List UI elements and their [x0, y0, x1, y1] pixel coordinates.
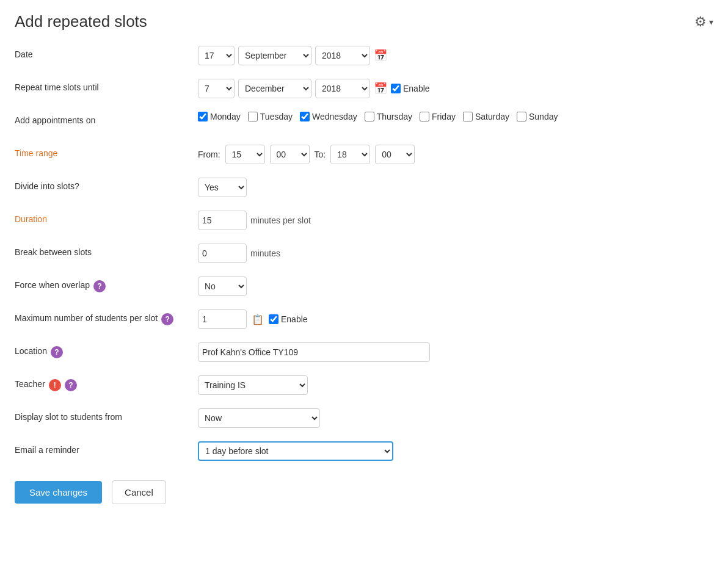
saturday-label[interactable]: Saturday — [463, 112, 509, 121]
monday-label[interactable]: Monday — [198, 112, 241, 121]
teacher-help-icon[interactable]: ? — [65, 379, 77, 391]
force-overlap-controls: No Yes — [198, 277, 713, 296]
break-unit: minutes — [250, 248, 280, 258]
wednesday-checkbox[interactable] — [300, 112, 310, 121]
max-students-input[interactable] — [198, 309, 247, 329]
max-students-enable-checkbox[interactable] — [269, 314, 278, 324]
divide-slots-controls: Yes No — [198, 178, 713, 197]
divide-slots-select[interactable]: Yes No — [198, 178, 247, 197]
display-from-row: Display slot to students from Now 1 day … — [15, 408, 713, 430]
location-controls — [198, 342, 713, 362]
duration-unit: minutes per slot — [250, 215, 311, 225]
repeat-until-label: Repeat time slots until — [15, 79, 198, 92]
max-students-input-area: 📋 Enable — [198, 309, 308, 329]
gear-icon: ⚙ — [694, 14, 707, 30]
date-calendar-icon[interactable]: 📅 — [374, 49, 387, 62]
date-day-select[interactable]: 17 — [198, 46, 235, 65]
thursday-label[interactable]: Thursday — [365, 112, 412, 121]
repeat-enable-checkbox[interactable] — [391, 84, 401, 93]
email-reminder-controls: 1 day before slot 2 days before slot 1 w… — [198, 441, 713, 461]
gear-menu[interactable]: ⚙ ▾ — [694, 14, 713, 30]
max-students-label: Maximum number of students per slot ? — [15, 309, 198, 325]
time-range-row: Time range From: 15 00 To: 18 00 — [15, 145, 713, 167]
appointments-controls: Monday Tuesday Wednesday Thursday Friday… — [198, 112, 713, 121]
friday-label[interactable]: Friday — [420, 112, 456, 121]
sunday-checkbox[interactable] — [517, 112, 526, 121]
repeat-year-select[interactable]: 2018 — [315, 79, 370, 98]
location-label: Location ? — [15, 342, 198, 358]
tuesday-checkbox[interactable] — [248, 112, 258, 121]
buttons-row: Save changes Cancel — [15, 480, 713, 504]
force-overlap-select[interactable]: No Yes — [198, 277, 247, 296]
students-icon[interactable]: 📋 — [252, 314, 264, 325]
friday-checkbox[interactable] — [420, 112, 429, 121]
repeat-until-row: Repeat time slots until 7 December 2018 … — [15, 79, 713, 101]
page-header: Add repeated slots ⚙ ▾ — [15, 12, 713, 31]
to-min-select[interactable]: 00 — [375, 145, 415, 164]
monday-checkbox[interactable] — [198, 112, 208, 121]
display-from-select[interactable]: Now 1 day before 1 week before 2 weeks b… — [198, 408, 320, 428]
to-hour-select[interactable]: 18 — [330, 145, 370, 164]
time-inputs: From: 15 00 To: 18 00 — [198, 145, 415, 164]
tuesday-label[interactable]: Tuesday — [248, 112, 293, 121]
repeat-enable-label[interactable]: Enable — [391, 84, 430, 93]
from-min-select[interactable]: 00 — [270, 145, 310, 164]
force-overlap-label: Force when overlap ? — [15, 277, 198, 292]
wednesday-label[interactable]: Wednesday — [300, 112, 357, 121]
from-label: From: — [198, 150, 220, 159]
saturday-checkbox[interactable] — [463, 112, 473, 121]
cancel-button[interactable]: Cancel — [112, 480, 166, 504]
break-controls: minutes — [198, 244, 713, 263]
repeat-month-select[interactable]: December — [238, 79, 311, 98]
email-reminder-row: Email a reminder 1 day before slot 2 day… — [15, 441, 713, 463]
days-row: Monday Tuesday Wednesday Thursday Friday… — [198, 112, 558, 121]
repeat-day-select[interactable]: 7 — [198, 79, 235, 98]
teacher-label: Teacher ! ? — [15, 375, 198, 391]
break-input[interactable] — [198, 244, 247, 263]
date-month-select[interactable]: September — [238, 46, 311, 65]
max-students-controls: 📋 Enable — [198, 309, 713, 329]
max-students-help-icon[interactable]: ? — [161, 313, 173, 325]
location-input[interactable] — [198, 342, 430, 362]
max-students-enable-label[interactable]: Enable — [269, 314, 308, 324]
appointments-row: Add appointments on Monday Tuesday Wedne… — [15, 112, 713, 134]
time-range-label: Time range — [15, 145, 198, 158]
save-button[interactable]: Save changes — [15, 481, 102, 504]
appointments-label: Add appointments on — [15, 112, 198, 125]
force-overlap-row: Force when overlap ? No Yes — [15, 277, 713, 298]
email-reminder-select[interactable]: 1 day before slot 2 days before slot 1 w… — [198, 441, 393, 461]
to-label: To: — [315, 150, 326, 159]
date-row: Date 17 September 2018 📅 — [15, 46, 713, 68]
chevron-down-icon: ▾ — [709, 17, 713, 27]
display-from-controls: Now 1 day before 1 week before 2 weeks b… — [198, 408, 713, 428]
repeat-until-controls: 7 December 2018 📅 Enable — [198, 79, 713, 98]
max-students-row: Maximum number of students per slot ? 📋 … — [15, 309, 713, 331]
teacher-select[interactable]: Training IS — [198, 375, 308, 395]
display-from-label: Display slot to students from — [15, 408, 198, 422]
email-reminder-label: Email a reminder — [15, 441, 198, 455]
time-range-controls: From: 15 00 To: 18 00 — [198, 145, 713, 164]
from-hour-select[interactable]: 15 — [225, 145, 265, 164]
repeat-calendar-icon[interactable]: 📅 — [374, 82, 387, 95]
divide-slots-row: Divide into slots? Yes No — [15, 178, 713, 200]
location-row: Location ? — [15, 342, 713, 364]
divide-slots-label: Divide into slots? — [15, 178, 198, 191]
force-overlap-help-icon[interactable]: ? — [93, 280, 106, 292]
duration-controls: minutes per slot — [198, 211, 713, 230]
sunday-label[interactable]: Sunday — [517, 112, 558, 121]
date-year-select[interactable]: 2018 — [315, 46, 370, 65]
date-label: Date — [15, 46, 198, 59]
thursday-checkbox[interactable] — [365, 112, 374, 121]
teacher-error-icon: ! — [49, 379, 61, 391]
duration-row: Duration minutes per slot — [15, 211, 713, 233]
location-help-icon[interactable]: ? — [51, 346, 63, 358]
teacher-row: Teacher ! ? Training IS — [15, 375, 713, 397]
teacher-controls: Training IS — [198, 375, 713, 395]
duration-label: Duration — [15, 211, 198, 224]
break-row: Break between slots minutes — [15, 244, 713, 266]
break-label: Break between slots — [15, 244, 198, 257]
page-title: Add repeated slots — [15, 12, 147, 31]
date-controls: 17 September 2018 📅 — [198, 46, 713, 65]
duration-input[interactable] — [198, 211, 247, 230]
